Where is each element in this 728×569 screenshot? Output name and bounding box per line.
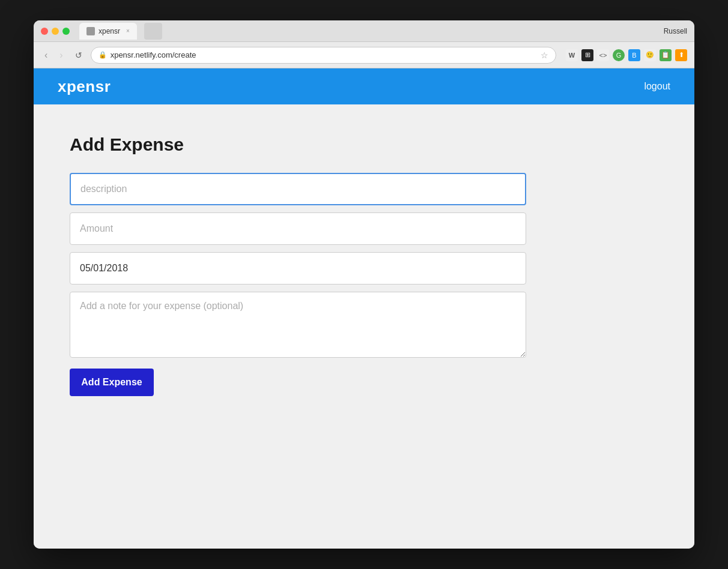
minimize-button[interactable] <box>52 28 59 35</box>
ext-b[interactable]: B <box>628 49 640 61</box>
amount-input[interactable] <box>70 212 526 245</box>
note-textarea[interactable] <box>70 292 526 358</box>
tab-title: xpensr <box>99 27 120 35</box>
tab-close-button[interactable]: × <box>126 28 130 34</box>
back-button[interactable]: ‹ <box>41 47 51 63</box>
ext-smile[interactable]: 🙂 <box>644 49 656 61</box>
user-name: Russell <box>664 27 687 35</box>
logout-button[interactable]: logout <box>644 81 670 92</box>
new-tab-button[interactable] <box>144 23 162 40</box>
toolbar: ‹ › ↺ 🔒 xpensr.netlify.com/create ☆ W ⊞ … <box>34 42 694 68</box>
date-input[interactable] <box>70 252 526 284</box>
page-title: Add Expense <box>70 134 658 155</box>
app-header: xpensr logout <box>34 68 694 104</box>
app-content: xpensr logout Add Expense Add Expense <box>34 68 694 549</box>
refresh-button[interactable]: ↺ <box>71 48 86 62</box>
bookmark-icon[interactable]: ☆ <box>541 50 548 60</box>
title-bar: xpensr × Russell <box>34 20 694 42</box>
url-text: xpensr.netlify.com/create <box>111 50 537 59</box>
ext-upload[interactable]: ⬆ <box>675 49 687 61</box>
ext-g[interactable]: G <box>613 49 625 61</box>
address-bar[interactable]: 🔒 xpensr.netlify.com/create ☆ <box>91 47 556 64</box>
ext-clipboard[interactable]: 📋 <box>660 49 672 61</box>
browser-tab[interactable]: xpensr × <box>79 23 137 40</box>
tab-favicon <box>86 27 95 35</box>
ext-w[interactable]: W <box>566 49 578 61</box>
maximize-button[interactable] <box>62 28 70 35</box>
description-input[interactable] <box>70 173 526 205</box>
submit-button[interactable]: Add Expense <box>70 369 154 396</box>
forward-button[interactable]: › <box>56 47 66 63</box>
browser-window: xpensr × Russell ‹ › ↺ 🔒 xpensr.netlify.… <box>34 20 694 549</box>
extensions-bar: W ⊞ <> G B 🙂 📋 ⬆ <box>566 49 687 61</box>
close-button[interactable] <box>41 28 48 35</box>
expense-form: Add Expense <box>70 173 658 396</box>
app-logo: xpensr <box>58 77 111 96</box>
ext-code[interactable]: <> <box>597 49 609 61</box>
ext-grid[interactable]: ⊞ <box>581 49 593 61</box>
main-content: Add Expense Add Expense <box>34 104 694 549</box>
traffic-lights <box>41 28 70 35</box>
lock-icon: 🔒 <box>99 51 107 59</box>
